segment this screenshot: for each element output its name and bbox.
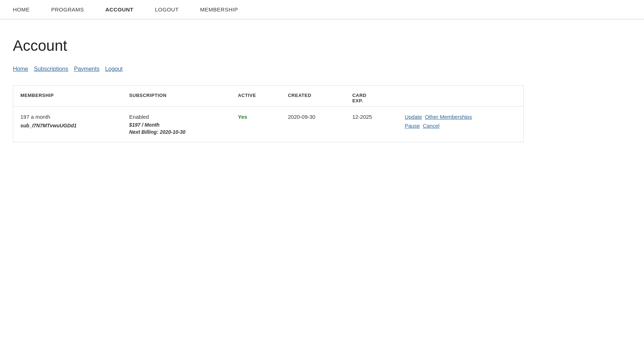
membership-name: 197 a month	[20, 114, 115, 120]
action-update[interactable]: Update	[405, 114, 422, 120]
action-pause[interactable]: Pause	[405, 123, 420, 129]
main-content: Account Home Subscriptions Payments Logo…	[0, 19, 537, 157]
table-header-row: MEMBERSHIP SUBSCRIPTION ACTIVE CREATED C…	[13, 85, 524, 107]
subscription-price: $197 / Month	[129, 122, 224, 128]
sub-nav-payments[interactable]: Payments	[74, 66, 99, 72]
col-created: CREATED	[281, 85, 345, 107]
cell-active: Yes	[231, 107, 281, 142]
sub-nav-home[interactable]: Home	[13, 66, 28, 72]
subscription-billing: Next Billing: 2020-10-30	[129, 129, 224, 135]
nav-home[interactable]: HOME	[13, 6, 30, 13]
col-card-exp: CARD EXP.	[345, 85, 398, 107]
top-navigation: HOME PROGRAMS ACCOUNT LOGOUT MEMBERSHIP	[0, 0, 644, 19]
cell-subscription: Enabled $197 / Month Next Billing: 2020-…	[122, 107, 231, 142]
cell-created: 2020-09-30	[281, 107, 345, 142]
cell-card-exp: 12-2025	[345, 107, 398, 142]
col-actions	[397, 85, 523, 107]
actions-container: Update Other Memberships Pause Cancel	[405, 114, 516, 129]
action-other-memberships[interactable]: Other Memberships	[425, 114, 472, 120]
col-subscription: SUBSCRIPTION	[122, 85, 231, 107]
nav-programs[interactable]: PROGRAMS	[51, 6, 84, 13]
action-cancel[interactable]: Cancel	[423, 123, 440, 129]
nav-logout[interactable]: LOGOUT	[155, 6, 179, 13]
active-status: Yes	[238, 114, 247, 120]
col-membership: MEMBERSHIP	[13, 85, 122, 107]
col-card-exp-label: EXP.	[352, 98, 391, 103]
membership-id: sub_I7N7MTvwuUGDd1	[20, 123, 115, 128]
cell-membership: 197 a month sub_I7N7MTvwuUGDd1	[13, 107, 122, 142]
sub-nav-subscriptions[interactable]: Subscriptions	[34, 66, 68, 72]
subscription-status: Enabled	[129, 114, 224, 120]
col-card-label: CARD	[352, 93, 391, 98]
col-active: ACTIVE	[231, 85, 281, 107]
cell-actions: Update Other Memberships Pause Cancel	[397, 107, 523, 142]
table-row: 197 a month sub_I7N7MTvwuUGDd1 Enabled $…	[13, 107, 524, 142]
nav-membership[interactable]: MEMBERSHIP	[200, 6, 238, 13]
nav-account[interactable]: ACCOUNT	[106, 6, 134, 13]
actions-row-1: Update Other Memberships	[405, 114, 516, 120]
page-title: Account	[13, 37, 524, 54]
actions-row-2: Pause Cancel	[405, 123, 516, 129]
sub-nav-logout[interactable]: Logout	[105, 66, 123, 72]
sub-navigation: Home Subscriptions Payments Logout	[13, 66, 524, 72]
subscriptions-table: MEMBERSHIP SUBSCRIPTION ACTIVE CREATED C…	[13, 85, 524, 142]
